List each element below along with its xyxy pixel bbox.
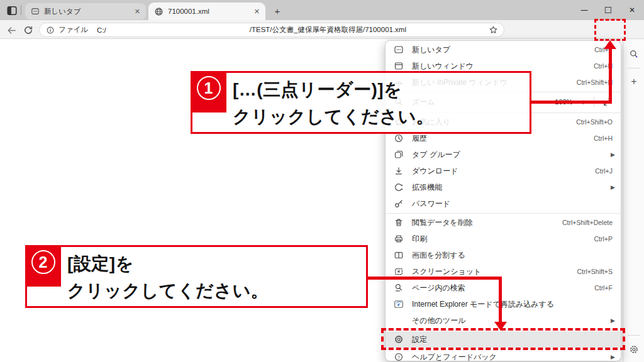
menu-item-label: 印刷: [412, 234, 427, 244]
menu-item-new-tab[interactable]: 新しいタブCtrl+T: [386, 41, 621, 58]
submenu-arrow-icon: ▶: [611, 184, 615, 190]
menu-item-label: 拡張機能: [412, 182, 442, 193]
url-redacted-block: [106, 25, 250, 35]
step2-number: 2: [31, 250, 55, 274]
highlight-settings-dashed-box: [381, 328, 625, 350]
search-icon: [629, 49, 639, 59]
tab-title: 新しいタブ: [44, 7, 130, 16]
menu-item-label: 新しいウィンドウ: [412, 61, 474, 72]
tab-7100001[interactable]: 7100001.xml ✕: [148, 3, 265, 20]
edge-browser-window: 新しいタブ ✕ 7100001.xml ✕ + — ☐ ✕: [0, 0, 644, 362]
window-controls: — ☐ ✕: [572, 0, 644, 20]
tab-title: 7100001.xml: [168, 8, 250, 15]
step1-text: […(三点リーダー)]を クリックしてください。: [233, 76, 434, 130]
globe-icon: [154, 7, 164, 16]
menu-item-split[interactable]: 画面を分割する: [386, 247, 621, 263]
download-icon: [394, 166, 404, 176]
menu-item-tab-group[interactable]: タブ グループ▶: [386, 146, 621, 163]
maximize-button[interactable]: ☐: [596, 0, 620, 20]
find-icon: [394, 283, 404, 293]
tab-close-icon[interactable]: ✕: [254, 8, 260, 16]
submenu-arrow-icon: ▶: [611, 317, 615, 324]
sidebar-add-button[interactable]: +: [623, 74, 644, 89]
extensions-icon: [394, 182, 404, 192]
menu-item-help[interactable]: ?ヘルプとフィードバック▶: [386, 349, 621, 362]
arrow2-head: [494, 322, 507, 331]
menu-item-print[interactable]: 印刷Ctrl+P: [386, 231, 621, 247]
menu-item-label: タブ グループ: [412, 150, 460, 160]
close-button[interactable]: ✕: [620, 0, 644, 20]
menu-item-shortcut: Ctrl+F: [594, 284, 613, 292]
star-icon: [489, 25, 498, 35]
submenu-arrow-icon: ▶: [611, 151, 615, 158]
settings-gear-icon: [629, 344, 639, 354]
page-info-icon[interactable]: [46, 26, 55, 35]
titlebar: 新しいタブ ✕ 7100001.xml ✕ + — ☐ ✕: [0, 0, 644, 20]
sidebar-rail: +: [623, 39, 644, 362]
arrow1-horizontal: [531, 101, 612, 104]
history-icon: [394, 133, 404, 143]
new-tab-button[interactable]: +: [271, 4, 284, 17]
menu-item-label: 履歴: [412, 133, 427, 144]
menu-item-label: パスワード: [412, 199, 450, 209]
menu-item-download[interactable]: ダウンロードCtrl+J: [386, 163, 621, 179]
new-tab-icon: [394, 45, 404, 55]
menu-item-label: 画面を分割する: [412, 250, 465, 261]
tab-new-tab[interactable]: 新しいタブ ✕: [25, 3, 146, 19]
arrow1-head: [604, 40, 616, 49]
favorite-star-button[interactable]: [489, 25, 498, 35]
submenu-arrow-icon: ▶: [611, 354, 615, 360]
sidebar-settings-button[interactable]: [623, 342, 644, 357]
menu-item-extensions[interactable]: 拡張機能▶: [386, 179, 621, 195]
menu-item-label: Internet Explorer モードで再読み込みする: [412, 299, 554, 310]
back-icon: [6, 25, 17, 36]
sidebar-search-button[interactable]: [623, 47, 644, 62]
back-button[interactable]: [4, 23, 19, 38]
menu-item-shortcut: Ctrl+J: [595, 167, 613, 175]
menu-separator: [386, 213, 621, 214]
menu-item-label: ダウンロード: [412, 166, 458, 177]
highlight-more-button-dashed-box: [594, 19, 626, 41]
menu-item-find[interactable]: ページ内の検索Ctrl+F: [386, 280, 621, 296]
refresh-icon: [23, 25, 33, 35]
address-bar[interactable]: ファイル C:/ /TEST/公文書_健保厚年資格取得届/7100001.xml: [39, 23, 504, 37]
sidebar-divider: [628, 68, 640, 69]
arrow2-vertical: [499, 277, 502, 323]
split-icon: [394, 250, 404, 260]
menu-item-label: ヘルプとフィードバック: [412, 352, 497, 362]
url-prefix: C:/: [97, 26, 106, 34]
annotation-step2: 2 [設定]を クリックしてください。: [25, 245, 368, 308]
print-icon: [394, 234, 404, 244]
menu-item-shortcut: Ctrl+Shift+N: [577, 79, 613, 86]
svg-text:?: ?: [397, 354, 400, 360]
tab-activities-button[interactable]: [6, 4, 18, 16]
step2-badge: 2: [25, 245, 61, 287]
menu-item-ie[interactable]: eInternet Explorer モードで再読み込みする: [386, 296, 621, 312]
none-icon: [394, 315, 404, 326]
minimize-button[interactable]: —: [572, 0, 596, 20]
step2-text: [設定]を クリックしてください。: [67, 250, 269, 304]
screenshot-icon: [394, 266, 404, 277]
menu-item-key[interactable]: パスワード: [386, 195, 621, 212]
arrow1-vertical: [609, 48, 612, 104]
step1-badge: 1: [191, 71, 226, 112]
tab-close-icon[interactable]: ✕: [135, 8, 140, 16]
refresh-button[interactable]: [21, 23, 36, 38]
tab-group-icon: [394, 150, 404, 160]
menu-item-shortcut: Ctrl+P: [594, 235, 613, 243]
menu-item-label: スクリーンショット: [412, 266, 481, 277]
menu-item-label: その他のツール: [412, 315, 465, 326]
menu-item-shortcut: Ctrl+H: [594, 134, 613, 142]
menu-item-label: 新しいタブ: [412, 45, 450, 55]
annotation-step1: 1 […(三点リーダー)]を クリックしてください。: [191, 71, 531, 134]
tabstrip-separator: [21, 5, 21, 15]
sidebar-divider: [628, 335, 640, 336]
new-tab-page-icon: [31, 7, 40, 16]
new-window-icon: [394, 61, 404, 71]
menu-item-label: 閲覧データを削除: [412, 217, 473, 228]
key-icon: [394, 199, 404, 209]
menu-item-shortcut: Ctrl+Shift+Delete: [562, 219, 613, 226]
menu-item-shortcut: Ctrl+Shift+S: [577, 268, 613, 275]
step1-number: 1: [197, 76, 221, 100]
menu-item-trash[interactable]: 閲覧データを削除Ctrl+Shift+Delete: [386, 214, 621, 231]
